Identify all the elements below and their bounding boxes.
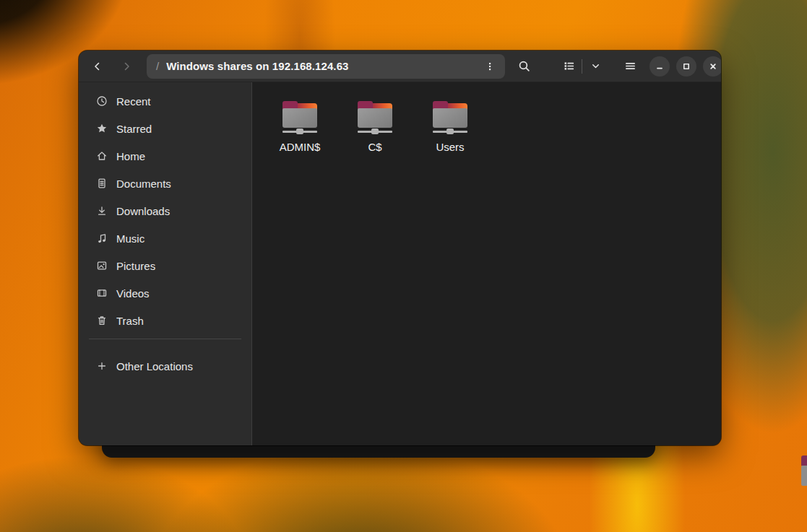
back-button[interactable] xyxy=(87,56,108,77)
sidebar-item-home[interactable]: Home xyxy=(85,142,246,170)
sidebar-item-recent[interactable]: Recent xyxy=(85,87,246,115)
hamburger-menu-icon xyxy=(624,60,636,72)
list-view-icon xyxy=(563,60,575,72)
maximize-button[interactable] xyxy=(676,56,696,77)
folder-body xyxy=(358,108,392,128)
trash-icon xyxy=(96,315,108,326)
file-item-c-share[interactable]: C$ xyxy=(337,101,413,153)
folder-body-fragment xyxy=(801,466,807,486)
home-icon xyxy=(96,150,108,162)
close-icon xyxy=(707,61,719,72)
sidebar-item-label: Music xyxy=(116,232,144,245)
sidebar-item-other-locations[interactable]: Other Locations xyxy=(85,352,246,380)
picture-icon xyxy=(96,260,108,271)
close-button[interactable] xyxy=(703,56,721,77)
file-item-users-share[interactable]: Users xyxy=(413,101,488,153)
maximize-icon xyxy=(681,61,692,72)
chevron-left-icon xyxy=(92,61,103,72)
desktop-folder-icon-partial[interactable] xyxy=(801,455,807,486)
sidebar-item-label: Trash xyxy=(116,315,144,327)
music-note-icon xyxy=(96,232,108,244)
document-icon xyxy=(96,178,108,189)
minimize-icon xyxy=(654,61,665,72)
network-share-folder-icon xyxy=(358,101,392,134)
sidebar-item-trash[interactable]: Trash xyxy=(85,307,246,334)
location-title: Windows shares on 192.168.124.63 xyxy=(166,60,348,72)
location-menu-button[interactable] xyxy=(482,56,498,77)
headerbar: / Windows shares on 192.168.124.63 xyxy=(79,51,721,82)
sidebar-item-starred[interactable]: Starred xyxy=(85,115,246,142)
window-controls xyxy=(650,56,721,77)
sidebar-item-label: Recent xyxy=(116,95,151,108)
view-options-dropdown-button[interactable] xyxy=(587,56,604,77)
view-split-separator xyxy=(582,59,582,74)
clock-icon xyxy=(96,95,108,107)
file-item-admin-share[interactable]: ADMIN$ xyxy=(262,101,337,153)
path-bar[interactable]: / Windows shares on 192.168.124.63 xyxy=(147,54,505,79)
chevron-down-icon xyxy=(590,61,601,71)
file-name: Users xyxy=(436,141,464,153)
sidebar-item-label: Other Locations xyxy=(116,360,193,372)
view-options-group xyxy=(560,56,604,77)
folder-body xyxy=(433,108,467,128)
network-share-folder-icon xyxy=(433,101,467,134)
network-share-folder-icon xyxy=(282,101,317,134)
sidebar-item-documents[interactable]: Documents xyxy=(85,170,246,197)
download-icon xyxy=(96,205,108,217)
window-body: Recent Starred Home xyxy=(79,82,721,445)
folder-body xyxy=(282,108,317,128)
list-view-toggle-button[interactable] xyxy=(560,56,577,77)
path-root-slash: / xyxy=(156,60,159,72)
sidebar-item-label: Videos xyxy=(116,287,150,300)
sidebar-item-pictures[interactable]: Pictures xyxy=(85,252,246,279)
sidebar-item-videos[interactable]: Videos xyxy=(85,279,246,307)
forward-button[interactable] xyxy=(116,56,137,77)
desktop-screen: / Windows shares on 192.168.124.63 xyxy=(0,0,807,532)
file-name: C$ xyxy=(368,141,381,153)
network-emblem-plug xyxy=(296,128,303,134)
film-icon xyxy=(96,287,108,299)
sidebar-item-label: Downloads xyxy=(116,205,170,217)
main-menu-button[interactable] xyxy=(620,56,640,77)
sidebar-item-label: Home xyxy=(116,150,145,162)
sidebar-item-label: Documents xyxy=(116,178,171,190)
sidebar-item-downloads[interactable]: Downloads xyxy=(85,197,246,224)
files-window: / Windows shares on 192.168.124.63 xyxy=(79,51,721,445)
chevron-right-icon xyxy=(121,61,132,72)
sidebar-divider xyxy=(89,339,241,339)
search-button[interactable] xyxy=(514,56,534,77)
network-emblem-plug xyxy=(371,128,379,134)
sidebar-item-music[interactable]: Music xyxy=(85,224,246,252)
search-icon xyxy=(518,60,530,72)
network-emblem-plug xyxy=(446,128,454,134)
minimize-button[interactable] xyxy=(650,56,670,77)
folder-flap-fragment xyxy=(801,455,807,466)
file-view: ADMIN$ C$ xyxy=(252,82,721,445)
sidebar-item-label: Pictures xyxy=(116,260,155,272)
sidebar-item-label: Starred xyxy=(116,123,152,135)
star-icon xyxy=(96,123,108,134)
file-name: ADMIN$ xyxy=(280,141,321,153)
kebab-menu-icon xyxy=(484,61,496,72)
sidebar: Recent Starred Home xyxy=(79,82,252,445)
plus-icon xyxy=(96,360,108,372)
